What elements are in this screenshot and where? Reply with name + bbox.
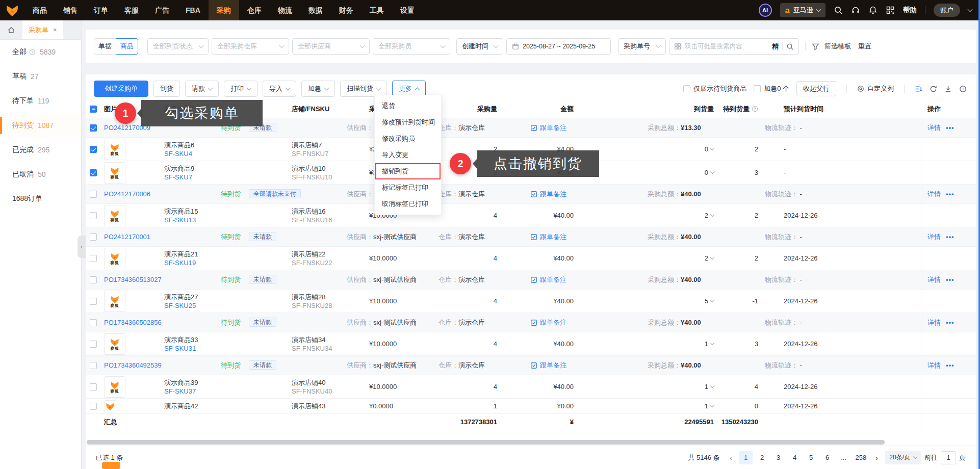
select-all-checkbox[interactable] [90, 106, 97, 113]
sidebar-item-已取消[interactable]: 已取消50 [0, 162, 81, 187]
toolbar-button-导入[interactable]: 导入 [263, 81, 296, 97]
filter-dropdown-3[interactable]: 全部采购员 [373, 38, 450, 55]
row-checkbox[interactable] [90, 146, 97, 153]
search-input[interactable] [685, 43, 768, 50]
sidebar-item-待到货[interactable]: 待到货1087 [0, 113, 81, 138]
row-checkbox[interactable] [90, 362, 97, 369]
help-circle-icon[interactable]: ? [959, 85, 967, 93]
arrived-qty-cell[interactable]: 1 [574, 383, 714, 390]
follow-note-link[interactable]: 跟单备注 [530, 318, 648, 327]
question-circle-icon[interactable]: ? [752, 106, 758, 112]
po-number-link[interactable]: PO2412170001 [104, 233, 221, 241]
nav-item-设置[interactable]: 设置 [392, 0, 423, 20]
detail-link[interactable]: 详情 [927, 232, 941, 242]
menu-item-修改预计到货时间[interactable]: 修改预计到货时间 [375, 114, 441, 131]
filter-dropdown-0[interactable]: 全部到货状态 [147, 38, 209, 55]
po-number-link[interactable]: PO1734360502856 [104, 319, 221, 326]
search-submit-icon[interactable] [786, 43, 794, 50]
help-link[interactable]: 帮助 [903, 6, 917, 15]
nav-item-仓库[interactable]: 仓库 [239, 0, 270, 20]
product-sku-link[interactable]: SF-SKU4 [164, 150, 192, 158]
row-checkbox[interactable] [90, 233, 97, 241]
row-checkbox[interactable] [90, 255, 97, 262]
date-range-picker[interactable]: 2025-08-27 ~ 2025-09-25 [506, 38, 611, 55]
arrived-qty-cell[interactable]: 2 [574, 212, 714, 219]
page-258[interactable]: 258 [854, 451, 869, 464]
row-checkbox[interactable] [90, 383, 97, 390]
nav-item-数据[interactable]: 数据 [300, 0, 331, 20]
filter-dropdown-1[interactable]: 全部采购仓库 [212, 38, 289, 55]
segment-单据[interactable]: 单据 [94, 38, 116, 55]
filter-dropdown-2[interactable]: 全部供应商 [292, 38, 370, 55]
product-sku-link[interactable]: SF-SKU7 [164, 173, 192, 181]
scrollbar-thumb[interactable] [87, 440, 885, 445]
prev-page-icon[interactable]: ‹ [726, 453, 736, 462]
page-4[interactable]: 4 [788, 451, 802, 464]
row-checkbox[interactable] [90, 341, 97, 348]
page-1[interactable]: 1 [739, 451, 753, 464]
row-checkbox[interactable] [90, 298, 97, 305]
create-po-button[interactable]: 创建采购单 [94, 81, 148, 97]
exact-match-toggle[interactable]: 精 [772, 42, 779, 51]
sidebar-item-待下单[interactable]: 待下单119 [0, 89, 81, 113]
po-number-link[interactable]: PO2412170006 [104, 190, 221, 198]
page-5[interactable]: 5 [805, 451, 818, 464]
menu-item-退货[interactable]: 退货 [375, 98, 441, 114]
follow-note-link[interactable]: 跟单备注 [530, 123, 648, 133]
segment-商品[interactable]: 商品 [116, 38, 138, 55]
row-density-icon[interactable] [915, 85, 922, 93]
toolbar-button-打印[interactable]: 打印 [224, 81, 257, 97]
urgent-checkbox[interactable]: 加急0 个 [754, 84, 789, 93]
search-icon[interactable] [834, 6, 843, 15]
nav-item-采购[interactable]: 采购 [209, 0, 239, 20]
export-download-icon[interactable] [944, 85, 952, 93]
filter-funnel-icon[interactable] [812, 43, 819, 50]
arrived-qty-cell[interactable]: 5 [574, 297, 714, 305]
product-sku-link[interactable]: SF-SKU19 [164, 259, 196, 267]
row-checkbox[interactable] [90, 276, 97, 283]
tab-purchase-orders[interactable]: 采购单 × [22, 20, 63, 39]
nav-item-工具[interactable]: 工具 [362, 0, 392, 20]
row-checkbox[interactable] [90, 319, 97, 326]
nav-item-物流[interactable]: 物流 [270, 0, 300, 20]
customize-columns-button[interactable]: 自定义列 [857, 84, 894, 93]
sidebar-item-全部[interactable]: 全部?5839 [0, 40, 81, 64]
more-actions-icon[interactable]: ••• [946, 233, 955, 241]
nav-item-商品[interactable]: 商品 [24, 0, 55, 20]
menu-item-标记标签已打印[interactable]: 标记标签已打印 [375, 179, 441, 196]
headset-icon[interactable] [851, 6, 860, 15]
sidebar-item-已完成[interactable]: 已完成295 [0, 138, 81, 162]
marketplace-selector[interactable]: a 亚马逊 [780, 3, 826, 17]
toolbar-button-到货[interactable]: 到货 [153, 81, 180, 97]
bell-icon[interactable] [868, 6, 878, 15]
detail-link[interactable]: 详情 [927, 275, 941, 284]
nav-item-广告[interactable]: 广告 [147, 0, 177, 20]
detail-link[interactable]: 详情 [927, 123, 941, 133]
follow-note-link[interactable]: 跟单备注 [530, 361, 648, 370]
page-3[interactable]: 3 [772, 451, 785, 464]
toolbar-button-请款[interactable]: 请款 [185, 81, 219, 97]
order-no-field-select[interactable]: 采购单号 [618, 38, 666, 55]
product-sku-link[interactable]: SF-SKU37 [164, 387, 196, 395]
follow-note-link[interactable]: 跟单备注 [530, 232, 648, 242]
toolbar-button-加急[interactable]: 加急 [301, 81, 335, 97]
follow-note-link[interactable]: 跟单备注 [530, 275, 648, 284]
row-checkbox[interactable] [90, 124, 97, 132]
arrived-qty-cell[interactable]: 1 [574, 402, 714, 410]
more-actions-icon[interactable]: ••• [946, 361, 955, 369]
filter-template-button[interactable]: 筛选模板 [824, 42, 851, 51]
detail-link[interactable]: 详情 [927, 318, 941, 327]
row-checkbox[interactable] [90, 169, 97, 176]
batch-search-icon[interactable] [674, 43, 681, 50]
goto-page-input[interactable]: 1 [941, 451, 956, 464]
ai-assistant-button[interactable]: AI [759, 4, 772, 17]
sidebar-collapse-handle[interactable]: ‹ [78, 236, 86, 258]
sidebar-item-草稿[interactable]: 草稿27 [0, 64, 81, 89]
collapse-parent-rows-button[interactable]: 收起父行 [796, 81, 836, 96]
account-button[interactable]: 账户 [934, 4, 960, 17]
more-actions-icon[interactable]: ••• [946, 276, 955, 283]
close-icon[interactable]: × [53, 26, 57, 34]
apps-grid-icon[interactable] [886, 6, 895, 15]
next-page-icon[interactable]: › [871, 453, 882, 462]
page-size-select[interactable]: 20条/页 [885, 451, 921, 464]
